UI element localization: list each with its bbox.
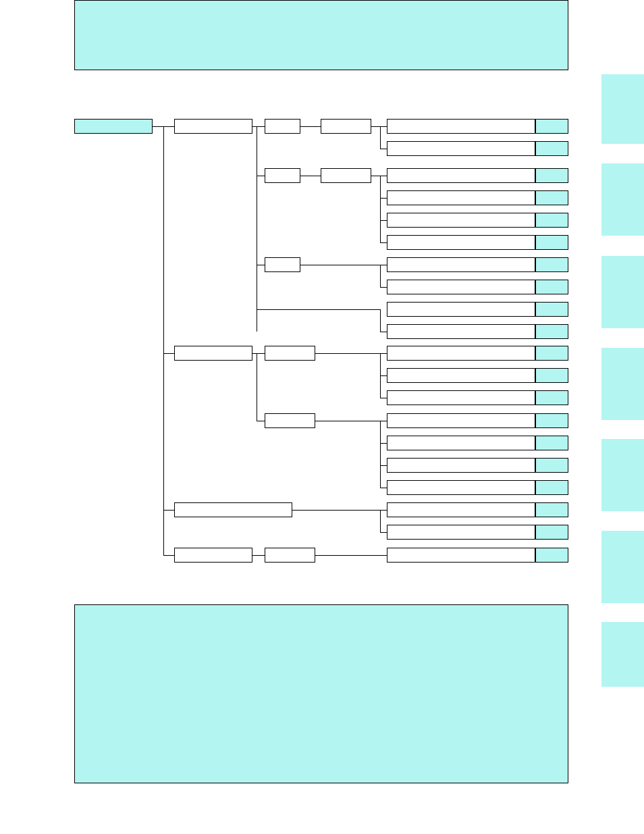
conn — [252, 353, 265, 354]
leaf-tag-b3-s1-1 — [535, 525, 568, 540]
tree-root — [74, 119, 153, 134]
leaf-b3-s1-1[interactable] — [387, 525, 535, 540]
conn — [252, 126, 265, 127]
side-tab-0[interactable] — [601, 74, 644, 144]
level3-b1-s3-n1 — [265, 257, 300, 272]
branch-2 — [174, 346, 252, 361]
conn — [257, 309, 380, 310]
leaf-b1-s1-0[interactable] — [387, 119, 535, 134]
conn — [380, 242, 387, 243]
branch-3 — [174, 502, 292, 517]
conn — [315, 353, 387, 354]
leaf-b2-s1-2[interactable] — [387, 390, 535, 405]
leaf-tag-b1-s2-0 — [535, 168, 568, 183]
conn — [380, 510, 381, 532]
conn — [252, 555, 265, 556]
leaf-tag-b1-s2-2 — [535, 213, 568, 228]
conn — [380, 465, 387, 466]
side-tab-3[interactable] — [601, 348, 644, 420]
leaf-b3-s1-0[interactable] — [387, 502, 535, 517]
leaf-b2-s2-3[interactable] — [387, 480, 535, 495]
conn — [300, 176, 321, 176]
leaf-b2-s2-0[interactable] — [387, 413, 535, 428]
conn — [380, 332, 387, 332]
conn — [380, 398, 387, 398]
conn — [257, 176, 265, 176]
branch-1 — [174, 119, 252, 134]
leaf-tag-b1-s2-1 — [535, 190, 568, 205]
conn — [315, 555, 387, 556]
conn — [380, 198, 387, 199]
leaf-b1-s3-1[interactable] — [387, 280, 535, 294]
conn — [380, 375, 387, 376]
leaf-tag-b1-s1-1 — [535, 141, 568, 156]
leaf-b2-s2-1[interactable] — [387, 436, 535, 450]
leaf-b1-s4-0[interactable] — [387, 302, 535, 317]
conn — [380, 176, 381, 242]
branch-4 — [174, 548, 252, 563]
conn — [380, 443, 387, 444]
conn — [300, 265, 387, 265]
leaf-tag-b1-s1-0 — [535, 119, 568, 134]
leaf-tag-b2-s2-3 — [535, 480, 568, 495]
side-tab-1[interactable] — [601, 163, 644, 236]
leaf-tag-b1-s3-1 — [535, 280, 568, 294]
conn — [300, 126, 321, 127]
conn — [380, 287, 387, 288]
leaf-tag-b1-s3-0 — [535, 257, 568, 272]
leaf-b1-s2-0[interactable] — [387, 168, 535, 183]
conn — [380, 488, 387, 488]
leaf-tag-b2-s2-2 — [535, 458, 568, 473]
side-tab-5[interactable] — [601, 531, 644, 603]
leaf-b1-s1-1[interactable] — [387, 141, 535, 156]
leaf-b1-s2-3[interactable] — [387, 235, 535, 250]
conn — [380, 309, 381, 332]
leaf-b2-s1-0[interactable] — [387, 346, 535, 361]
leaf-b1-s2-1[interactable] — [387, 190, 535, 205]
conn — [257, 421, 265, 421]
side-tab-4[interactable] — [601, 439, 644, 511]
leaf-b1-s4-1[interactable] — [387, 324, 535, 339]
conn — [163, 510, 174, 511]
leaf-tag-b1-s2-3 — [535, 235, 568, 250]
side-tab-6[interactable] — [601, 622, 644, 687]
conn — [371, 126, 387, 127]
leaf-tag-b4-s1-0 — [535, 548, 568, 563]
conn — [163, 555, 174, 556]
level3-b1-s1-n2 — [321, 119, 371, 134]
leaf-b1-s3-0[interactable] — [387, 257, 535, 272]
conn — [292, 510, 387, 511]
leaf-tag-b2-s2-1 — [535, 436, 568, 450]
level3-b2-s1-n1 — [265, 346, 315, 361]
level3-b4-s1-n1 — [265, 548, 315, 563]
conn — [163, 126, 164, 555]
conn — [257, 265, 265, 265]
leaf-b2-s1-1[interactable] — [387, 368, 535, 383]
level3-b1-s2-n1 — [265, 168, 300, 183]
level3-b2-s2-n1 — [265, 413, 315, 428]
leaf-tag-b3-s1-0 — [535, 502, 568, 517]
conn — [380, 532, 387, 533]
leaf-tag-b2-s1-2 — [535, 390, 568, 405]
leaf-tag-b2-s1-1 — [535, 368, 568, 383]
leaf-tag-b2-s2-0 — [535, 413, 568, 428]
leaf-tag-b1-s4-1 — [535, 324, 568, 339]
conn — [371, 176, 387, 176]
leaf-b2-s2-2[interactable] — [387, 458, 535, 473]
conn — [315, 421, 387, 421]
level3-b1-s1-n1 — [265, 119, 300, 134]
leaf-tag-b2-s1-0 — [535, 346, 568, 361]
conn — [380, 421, 381, 488]
footer-panel — [74, 604, 568, 783]
conn — [380, 149, 387, 149]
conn — [257, 353, 257, 421]
leaf-tag-b1-s4-0 — [535, 302, 568, 317]
header-panel — [74, 0, 568, 70]
leaf-b1-s2-2[interactable] — [387, 213, 535, 228]
side-tab-2[interactable] — [601, 256, 644, 328]
leaf-b4-s1-0[interactable] — [387, 548, 535, 563]
conn — [380, 126, 381, 149]
conn — [257, 126, 257, 332]
conn — [380, 265, 381, 287]
conn — [380, 220, 387, 221]
